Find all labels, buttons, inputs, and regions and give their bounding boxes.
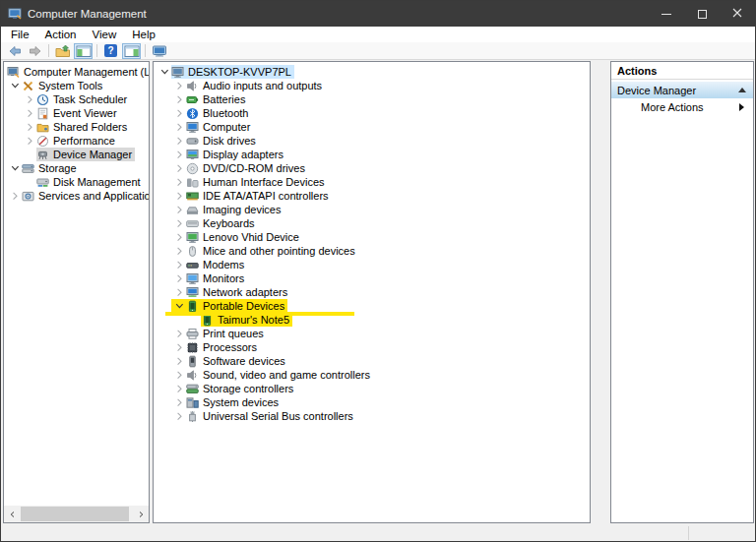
device-tree-item-human-interface-devices[interactable]: Human Interface Devices: [154, 175, 590, 189]
device-tree-item-print-queues[interactable]: Print queues: [154, 327, 590, 340]
menu-help[interactable]: Help: [124, 27, 163, 42]
scrollbar-thumb[interactable]: [21, 507, 129, 521]
chevron-expanded-icon[interactable]: [171, 299, 186, 313]
device-tree-item-system-devices[interactable]: System devices: [154, 395, 590, 409]
menu-file[interactable]: File: [3, 27, 37, 42]
console-tree-item-performance[interactable]: Performance: [4, 134, 149, 148]
device-tree-item-storage-controllers[interactable]: Storage controllers: [154, 382, 590, 395]
chevron-collapsed-icon[interactable]: [171, 134, 186, 148]
more-actions-item[interactable]: More Actions: [611, 98, 753, 115]
chevron-collapsed-icon[interactable]: [7, 189, 22, 203]
chevron-collapsed-icon[interactable]: [171, 161, 186, 175]
device-tree-item-computer[interactable]: Computer: [154, 120, 590, 134]
console-tree-item-event-viewer[interactable]: Event Viewer: [4, 106, 149, 120]
device-tree-item-universal-serial-bus-controllers[interactable]: Universal Serial Bus controllers: [154, 409, 590, 423]
chevron-collapsed-icon[interactable]: [171, 230, 186, 244]
chevron-collapsed-icon[interactable]: [171, 395, 186, 409]
chevron-collapsed-icon[interactable]: [171, 382, 186, 395]
device-tree-item-monitors[interactable]: Monitors: [154, 271, 590, 285]
more-actions-label: More Actions: [641, 100, 739, 114]
collapse-icon[interactable]: [738, 88, 746, 92]
device-tree-item-keyboards[interactable]: Keyboards: [154, 216, 590, 230]
chevron-collapsed-icon[interactable]: [171, 216, 186, 230]
chevron-collapsed-icon[interactable]: [171, 175, 186, 189]
tree-item-body: IDE ATA/ATAPI controllers: [186, 189, 332, 203]
console-tree-item-storage[interactable]: Storage: [4, 161, 149, 175]
chevron-expanded-icon[interactable]: [7, 79, 22, 92]
chevron-collapsed-icon[interactable]: [171, 340, 186, 354]
device-tree-pane: DESKTOP-KVVP7PLAudio inputs and outputsB…: [153, 61, 591, 523]
chevron-collapsed-icon[interactable]: [171, 327, 186, 340]
device-tree-item-batteries[interactable]: Batteries: [154, 92, 590, 106]
chevron-collapsed-icon[interactable]: [22, 134, 36, 148]
device-tree-item-mice-and-other-pointing-devices[interactable]: Mice and other pointing devices: [154, 244, 590, 258]
device-tree-item-network-adapters[interactable]: Network adapters: [154, 285, 590, 299]
console-tree-icon[interactable]: [74, 43, 93, 59]
device-tree-item-processors[interactable]: Processors: [154, 340, 590, 354]
remote-desktop-icon[interactable]: [150, 43, 168, 59]
actions-group-device-manager[interactable]: Device Manager: [611, 82, 753, 98]
chevron-collapsed-icon[interactable]: [171, 285, 186, 299]
chevron-expanded-icon[interactable]: [157, 65, 171, 79]
chevron-collapsed-icon[interactable]: [171, 148, 186, 161]
device-tree-item-dvd-cd-rom-drives[interactable]: DVD/CD-ROM drives: [154, 161, 590, 175]
forward-icon[interactable]: [26, 43, 44, 59]
device-tree-item-disk-drives[interactable]: Disk drives: [154, 134, 590, 148]
device-tree-item-modems[interactable]: Modems: [154, 258, 590, 271]
menu-action[interactable]: Action: [37, 27, 85, 42]
console-tree-item-services-and-applications[interactable]: Services and Applications: [4, 189, 149, 203]
device-tree-item-lenovo-vhid-device[interactable]: Lenovo Vhid Device: [154, 230, 590, 244]
chevron-collapsed-icon[interactable]: [22, 92, 36, 106]
console-tree-item-task-scheduler[interactable]: Task Scheduler: [4, 92, 149, 106]
chevron-slot: [22, 148, 36, 161]
device-tree-item-sound-video-and-game-controllers[interactable]: Sound, video and game controllers: [154, 368, 590, 382]
imaging-icon: [186, 204, 199, 216]
maximize-button[interactable]: [684, 1, 720, 27]
device-tree-item-desktop-kvvp7pl[interactable]: DESKTOP-KVVP7PL: [154, 65, 590, 79]
chevron-collapsed-icon[interactable]: [171, 244, 186, 258]
tree-item-label: Audio inputs and outputs: [203, 79, 322, 92]
scroll-left-button[interactable]: [4, 506, 21, 522]
chevron-collapsed-icon[interactable]: [171, 92, 186, 106]
device-tree-item-audio-inputs-and-outputs[interactable]: Audio inputs and outputs: [154, 79, 590, 92]
menu-view[interactable]: View: [85, 27, 125, 42]
chevron-collapsed-icon[interactable]: [171, 271, 186, 285]
device-tree-item-bluetooth[interactable]: Bluetooth: [154, 106, 590, 120]
chevron-collapsed-icon[interactable]: [171, 120, 186, 134]
back-icon[interactable]: [5, 43, 24, 59]
up-folder-icon[interactable]: [53, 43, 72, 59]
chevron-collapsed-icon[interactable]: [171, 203, 186, 216]
chevron-collapsed-icon[interactable]: [171, 368, 186, 382]
tree-item-label: DESKTOP-KVVP7PL: [188, 65, 291, 79]
chevron-expanded-icon[interactable]: [7, 161, 22, 175]
chevron-collapsed-icon[interactable]: [171, 409, 186, 423]
device-tree-item-imaging-devices[interactable]: Imaging devices: [154, 203, 590, 216]
monitor2-icon: [186, 272, 199, 285]
device-tree-item-portable-devices[interactable]: Portable Devices: [154, 299, 590, 313]
horizontal-scrollbar[interactable]: [4, 506, 149, 522]
chevron-collapsed-icon[interactable]: [22, 106, 36, 120]
chevron-collapsed-icon[interactable]: [171, 79, 186, 92]
chevron-collapsed-icon[interactable]: [171, 106, 186, 120]
chevron-collapsed-icon[interactable]: [171, 354, 186, 368]
help-icon[interactable]: ?: [101, 43, 120, 59]
scroll-right-button[interactable]: [132, 506, 149, 522]
console-tree-item-disk-management[interactable]: Disk Management: [4, 175, 149, 189]
statusbar-divider: [688, 526, 689, 540]
console-tree-item-shared-folders[interactable]: Shared Folders: [4, 120, 149, 134]
console-tree-item-computer-management-local[interactable]: Computer Management (Local: [4, 65, 149, 79]
device-tree-item-ide-ata-atapi-controllers[interactable]: IDE ATA/ATAPI controllers: [154, 189, 590, 203]
chevron-collapsed-icon[interactable]: [171, 189, 186, 203]
action-pane-icon[interactable]: [122, 43, 141, 59]
minimize-button[interactable]: [649, 1, 684, 27]
console-tree-item-system-tools[interactable]: System Tools: [4, 79, 149, 92]
close-button[interactable]: [720, 1, 755, 27]
tree-item-body: System Tools: [22, 79, 105, 92]
chevron-collapsed-icon[interactable]: [22, 120, 36, 134]
console-tree-item-device-manager[interactable]: Device Manager: [4, 148, 149, 161]
device-tree-item-software-devices[interactable]: Software devices: [154, 354, 590, 368]
tree-item-label: Shared Folders: [53, 120, 127, 134]
disk-icon: [186, 135, 199, 148]
chevron-collapsed-icon[interactable]: [171, 258, 186, 271]
device-tree-item-display-adapters[interactable]: Display adapters: [154, 148, 590, 161]
